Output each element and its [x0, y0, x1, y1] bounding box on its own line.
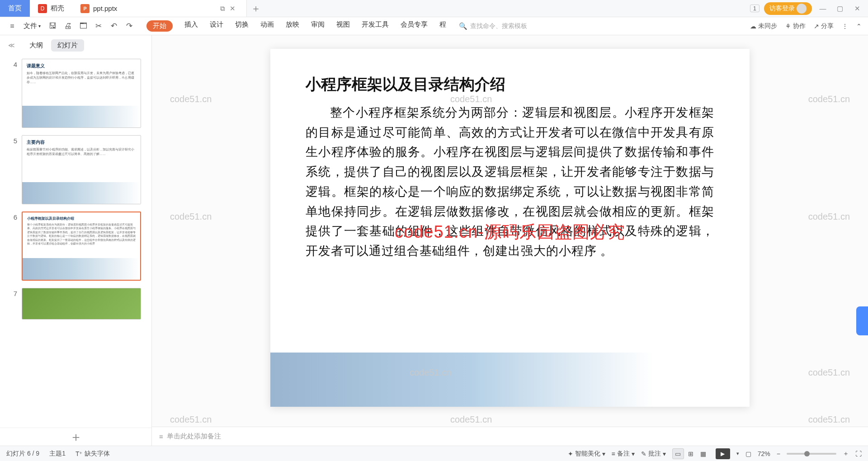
zoom-slider[interactable] — [787, 453, 836, 455]
collapse-panel-icon[interactable]: ≪ — [8, 42, 15, 49]
ribbon-tab-insert[interactable]: 插入 — [184, 20, 198, 32]
thumbnail-list[interactable]: 4 课题意义 如今，随着移动互联网产品化，创新应用与开发，未来为用户体验考虑，已… — [0, 55, 151, 428]
thumb-decoration — [22, 106, 141, 127]
thumb-number: 7 — [11, 288, 17, 297]
slide-thumbnail-5[interactable]: 主要内容 根据前面章节对小程序的功能、需求阐述，以及分析，加以完善与设计研究小程… — [22, 135, 141, 204]
notes-toggle-icon: ≡ — [612, 450, 615, 457]
feedback-tab[interactable] — [856, 306, 868, 335]
notes-icon: ≡ — [159, 433, 163, 440]
play-button[interactable]: ▶ — [716, 448, 730, 459]
sync-button[interactable]: ☁未同步 — [750, 22, 777, 30]
theme-name[interactable]: 主题1 — [49, 450, 66, 458]
file-menu[interactable]: 文件 ▾ — [21, 22, 43, 30]
search-box[interactable]: 🔍 查找命令、搜索模板 — [459, 22, 527, 30]
add-tab-button[interactable]: ＋ — [247, 0, 265, 17]
slide-thumbnail-4[interactable]: 课题意义 如今，随着移动互联网产品化，创新应用与开发，未来为用户体验考虑，已逐步… — [22, 59, 141, 128]
reading-view-icon[interactable]: ▦ — [698, 448, 709, 459]
thumb-decoration — [23, 258, 140, 280]
zoom-thumb[interactable] — [804, 451, 810, 456]
window-icon[interactable]: ⧉ — [220, 5, 225, 13]
beautify-button[interactable]: ✦智能美化 ▾ — [568, 450, 605, 458]
ribbon-tab-animation[interactable]: 动画 — [260, 20, 274, 32]
fit-icon[interactable]: ▢ — [745, 450, 751, 457]
magic-icon: ✦ — [568, 450, 573, 457]
login-label: 访客登录 — [769, 5, 795, 13]
missing-font-warn[interactable]: T⁺缺失字体 — [75, 450, 110, 458]
ppt-icon: P — [80, 4, 90, 13]
docker-icon: D — [38, 4, 47, 13]
sorter-view-icon[interactable]: ⊞ — [685, 448, 697, 459]
preview-icon[interactable]: 🗔 — [77, 20, 90, 33]
close-window-icon[interactable]: ✕ — [851, 2, 863, 15]
tab-home[interactable]: 首页 — [0, 0, 30, 17]
avatar-icon — [797, 4, 807, 14]
play-dropdown[interactable]: ▾ — [736, 451, 739, 456]
chevron-down-icon: ▾ — [38, 24, 41, 28]
slide-position: 幻灯片 6 / 9 — [6, 450, 39, 458]
zoom-in-icon[interactable]: ＋ — [843, 450, 849, 458]
outline-tab[interactable]: 大纲 — [29, 41, 43, 50]
slide-thumbnail-6[interactable]: 小程序框架以及目录结构介绍 整个小程序框架系统分为两部分：逻辑层和视图层小程序开… — [22, 212, 141, 281]
collab-icon: ⚘ — [785, 23, 791, 30]
editor-area: 小程序框架以及目录结构介绍 整个小程序框架系统分为两部分：逻辑层和视图层。小程序… — [152, 35, 868, 446]
ribbon-tab-more[interactable]: 程 — [439, 20, 446, 32]
slide-panel: ≪ 大纲 幻灯片 4 课题意义 如今，随着移动互联网产品化，创新应用与开发，未来… — [0, 35, 152, 446]
thumb-number: 6 — [11, 212, 17, 221]
tab-docker[interactable]: D 稻壳 — [30, 0, 72, 17]
font-icon: T⁺ — [75, 450, 83, 457]
slide-title[interactable]: 小程序框架以及目录结构介绍 — [306, 74, 714, 95]
notes-placeholder: 单击此处添加备注 — [167, 432, 221, 441]
thumb-number: 4 — [11, 59, 17, 68]
comment-toggle[interactable]: ✎批注 ▾ — [641, 450, 666, 458]
menu-bar: ≡ 文件 ▾ 🖫 🖨 🗔 ✂ ↶ ↷ 开始 插入 设计 切换 动画 放映 审阅 … — [0, 17, 868, 35]
add-slide-button[interactable]: ＋ — [0, 428, 151, 446]
more-icon[interactable]: ⋮ — [842, 23, 848, 30]
maximize-icon[interactable]: ▢ — [834, 2, 846, 15]
print-icon[interactable]: 🖨 — [61, 20, 74, 33]
title-bar: 首页 D 稻壳 P ppt.pptx ⧉ ✕ ＋ 1 访客登录 — ▢ ✕ — [0, 0, 868, 17]
collab-button[interactable]: ⚘协作 — [785, 22, 806, 30]
search-icon: 🔍 — [459, 22, 467, 30]
cloud-icon: ☁ — [750, 23, 756, 30]
thumb-number: 5 — [11, 135, 17, 145]
undo-icon[interactable]: ↶ — [108, 20, 120, 33]
watermark-overlay: code51.cn-源码乐园盗图必究 — [395, 221, 625, 244]
expand-icon[interactable]: ⌃ — [856, 23, 862, 30]
slides-tab[interactable]: 幻灯片 — [51, 39, 84, 52]
ribbon-tab-slideshow[interactable]: 放映 — [286, 20, 299, 32]
window-count[interactable]: 1 — [750, 5, 760, 12]
hamburger-icon[interactable]: ≡ — [6, 20, 18, 32]
zoom-out-icon[interactable]: − — [777, 450, 780, 457]
fullscreen-icon[interactable]: ⛶ — [855, 450, 862, 457]
slide-decoration — [270, 353, 750, 407]
status-bar: 幻灯片 6 / 9 主题1 T⁺缺失字体 ✦智能美化 ▾ ≡备注 ▾ ✎批注 ▾… — [0, 446, 868, 461]
search-placeholder: 查找命令、搜索模板 — [470, 22, 527, 30]
ribbon-tab-view[interactable]: 视图 — [336, 20, 350, 32]
comment-icon: ✎ — [641, 450, 646, 457]
ribbon-tab-member[interactable]: 会员专享 — [401, 20, 428, 32]
tab-docker-label: 稻壳 — [51, 4, 64, 13]
normal-view-icon[interactable]: ▭ — [672, 448, 684, 459]
tab-file[interactable]: P ppt.pptx ⧉ ✕ — [72, 0, 247, 17]
share-icon: ↗ — [814, 23, 819, 30]
ribbon-tab-devtools[interactable]: 开发工具 — [362, 20, 389, 32]
thumb-decoration — [22, 182, 141, 204]
tab-file-label: ppt.pptx — [93, 5, 117, 12]
login-button[interactable]: 访客登录 — [764, 2, 812, 15]
view-switcher: ▭ ⊞ ▦ — [672, 448, 709, 459]
notes-bar[interactable]: ≡ 单击此处添加备注 — [152, 427, 868, 446]
ribbon-tab-start[interactable]: 开始 — [146, 20, 173, 32]
close-tab-icon[interactable]: ✕ — [230, 5, 236, 13]
share-button[interactable]: ↗分享 — [814, 22, 834, 30]
redo-icon[interactable]: ↷ — [123, 20, 136, 33]
slide-thumbnail-7[interactable]: 管理员登录 — [22, 288, 141, 320]
ribbon-tab-transition[interactable]: 切换 — [235, 20, 249, 32]
cut-icon[interactable]: ✂ — [92, 20, 105, 33]
save-icon[interactable]: 🖫 — [46, 20, 59, 33]
thumb-image — [22, 288, 141, 319]
ribbon-tab-review[interactable]: 审阅 — [311, 20, 325, 32]
minimize-icon[interactable]: — — [816, 2, 829, 15]
ribbon-tab-design[interactable]: 设计 — [210, 20, 223, 32]
zoom-value[interactable]: 72% — [758, 450, 770, 457]
notes-toggle[interactable]: ≡备注 ▾ — [612, 450, 635, 458]
